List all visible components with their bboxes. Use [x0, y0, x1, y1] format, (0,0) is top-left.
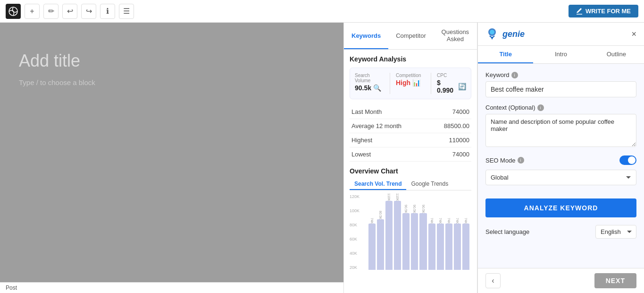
chart-tabs: Search Vol. Trend Google Trends [350, 179, 471, 190]
keyword-analysis-title: Keyword Analysis [350, 55, 471, 63]
table-row: Lowest74000 [350, 147, 471, 162]
y-axis-label: 100K [350, 208, 360, 213]
tab-keywords[interactable]: Keywords [344, 23, 388, 49]
bar-chart-bar[interactable]: 74K [368, 224, 376, 270]
context-info-icon: i [537, 104, 544, 111]
seo-mode-toggle[interactable] [619, 155, 636, 165]
cpc-value: $ 0.990 🔄 [437, 79, 466, 94]
genie-close-button[interactable]: × [631, 29, 636, 39]
keyword-input[interactable] [485, 81, 636, 97]
genie-tabs: Title Intro Outline [478, 46, 644, 64]
editor-block-placeholder[interactable]: Type / to choose a block [19, 78, 325, 86]
keyword-stats-card: Search Volume 90.5k 🔍 Competition High 📊… [350, 68, 471, 99]
bar-chart-bar[interactable]: 74K [445, 224, 452, 270]
bar-chart-bar[interactable]: 90.5K [419, 213, 427, 270]
list-button[interactable]: ☰ [119, 4, 134, 19]
y-axis: 120K100K80K60K40K20K [350, 194, 360, 270]
y-axis-label: 20K [350, 265, 360, 270]
bar-chart-bar[interactable]: 74K [454, 224, 461, 270]
stat-label: Last Month [350, 105, 428, 119]
post-label: Post [0, 282, 343, 293]
bar-label: 90.5K [422, 205, 425, 213]
bar-chart-bar[interactable]: 74K [437, 224, 444, 270]
bar-chart: 74K80.5K110K110K90.5K90.5K90.5K74K74K74K… [367, 194, 471, 270]
bar-chart-bar[interactable]: 80.5K [377, 219, 384, 270]
language-select[interactable]: English Spanish French German [595, 225, 636, 239]
bar-chart-bar[interactable]: 110K [394, 201, 401, 270]
tab-search-vol-trend[interactable]: Search Vol. Trend [350, 179, 406, 190]
stat-value: 74000 [428, 105, 471, 119]
keywords-tabs: Keywords Competitor Questions Asked [344, 23, 477, 50]
stat-value: 74000 [428, 147, 471, 162]
keyword-field-label: Keyword i [485, 71, 636, 78]
stat-label: Lowest [350, 147, 428, 162]
tab-title[interactable]: Title [478, 46, 533, 63]
write-icon [576, 8, 583, 15]
competition-value: High 📊 [396, 79, 425, 86]
scope-dropdown[interactable]: Global Local Custom [485, 170, 636, 185]
chart-wrapper: 120K100K80K60K40K20K 74K80.5K110K110K90.… [350, 194, 471, 270]
search-volume-value: 90.5k 🔍 [355, 84, 384, 92]
search-volume-stat: Search Volume 90.5k 🔍 [355, 73, 384, 94]
bar-label: 90.5K [413, 205, 416, 213]
write-for-me-button[interactable]: WRITE FOR ME [569, 5, 638, 17]
tab-competitor[interactable]: Competitor [388, 23, 434, 49]
tab-intro[interactable]: Intro [533, 46, 588, 63]
context-label-text: Context (Optional) [485, 104, 535, 111]
keyword-info-icon: i [511, 72, 518, 78]
bar-chart-bar[interactable]: 110K [385, 201, 393, 270]
y-axis-label: 60K [350, 237, 360, 241]
toggle-knob [628, 156, 636, 164]
genie-footer: ‹ NEXT [478, 268, 644, 293]
svg-point-3 [490, 30, 494, 34]
competition-number: High [396, 79, 410, 86]
y-axis-label: 40K [350, 251, 360, 256]
bar-label: 74K [447, 218, 451, 224]
write-btn-label: WRITE FOR ME [585, 8, 631, 15]
info-button[interactable]: ℹ [100, 4, 115, 19]
bar-chart-bar[interactable]: 74K [428, 224, 435, 270]
cpc-icon: 🔄 [458, 83, 466, 90]
redo-button[interactable]: ↪ [81, 4, 96, 19]
bar-label: 90.5K [404, 205, 408, 213]
bar-label: 80.5K [379, 211, 382, 219]
bar-chart-container: 120K100K80K60K40K20K 74K80.5K110K110K90.… [350, 194, 471, 270]
back-button[interactable]: ‹ [485, 273, 501, 288]
tab-google-trends[interactable]: Google Trends [406, 179, 453, 190]
overview-chart-title: Overview Chart [350, 167, 471, 175]
analyze-keyword-button[interactable]: ANALYZE KEYWORD [485, 198, 636, 217]
bar-chart-bar[interactable]: 90.5K [411, 213, 418, 270]
next-button[interactable]: NEXT [594, 273, 636, 288]
cpc-number: $ 0.990 [437, 79, 456, 94]
undo-button[interactable]: ↩ [62, 4, 77, 19]
bar-label: 74K [439, 218, 442, 224]
bar-label: 110K [396, 193, 399, 201]
wp-logo-icon [8, 7, 18, 16]
context-field-label: Context (Optional) i [485, 104, 636, 111]
seo-mode-info-icon: i [518, 157, 524, 164]
tab-outline[interactable]: Outline [589, 46, 644, 63]
wp-logo[interactable] [6, 4, 21, 19]
bar-chart-bar[interactable]: 74K [462, 224, 469, 270]
editor-content: Add title Type / to choose a block [19, 51, 325, 86]
search-volume-icon: 🔍 [373, 84, 381, 92]
stat-divider-1 [390, 73, 390, 94]
stat-divider-2 [431, 73, 431, 94]
keywords-panel: Keywords Competitor Questions Asked Keyw… [343, 23, 477, 293]
genie-logo: genie [485, 27, 525, 41]
genie-panel: genie × Title Intro Outline Keyword i Co… [477, 23, 644, 293]
search-volume-number: 90.5k [355, 84, 371, 92]
format-button[interactable]: ✏ [43, 4, 59, 19]
genie-header: genie × [478, 23, 644, 46]
tab-questions-asked[interactable]: Questions Asked [434, 23, 477, 49]
bar-chart-bar[interactable]: 90.5K [402, 213, 410, 270]
y-axis-label: 80K [350, 223, 360, 227]
genie-logo-icon [485, 27, 499, 41]
seo-mode-label-text: SEO Mode [485, 157, 516, 164]
add-block-button[interactable]: + [25, 4, 40, 19]
context-textarea[interactable]: Name and description of some popular cof… [485, 114, 636, 147]
bar-label: 74K [464, 218, 468, 224]
editor-area: Add title Type / to choose a block [0, 23, 343, 293]
genie-body: Keyword i Context (Optional) i Name and … [478, 64, 644, 268]
editor-title-placeholder[interactable]: Add title [19, 51, 325, 71]
